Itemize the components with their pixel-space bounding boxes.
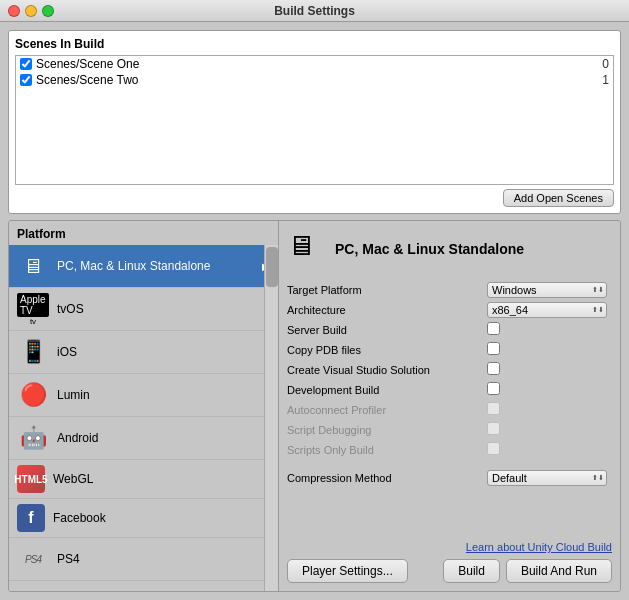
autoconnect-control bbox=[487, 402, 612, 418]
platform-name-android: Android bbox=[57, 431, 270, 445]
platform-name-lumin: Lumin bbox=[57, 388, 270, 402]
scene-checkbox-0[interactable] bbox=[20, 58, 32, 70]
settings-row-target-platform: Target Platform Windows Mac OS X Linux bbox=[287, 281, 612, 299]
android-icon: 🤖 bbox=[17, 422, 49, 454]
minimize-button[interactable] bbox=[25, 5, 37, 17]
platform-item-android[interactable]: 🤖 Android bbox=[9, 417, 278, 460]
architecture-select-wrapper: x86 x86_64 bbox=[487, 302, 607, 318]
target-platform-select-wrapper: Windows Mac OS X Linux bbox=[487, 282, 607, 298]
architecture-control: x86 x86_64 bbox=[487, 302, 612, 318]
facebook-icon: f bbox=[17, 504, 45, 532]
platform-name-ios: iOS bbox=[57, 345, 270, 359]
platform-item-pc[interactable]: 🖥 PC, Mac & Linux Standalone ▶ bbox=[9, 245, 278, 288]
webgl-icon: HTML5 bbox=[17, 465, 45, 493]
ps4-icon: PS4 bbox=[17, 543, 49, 575]
platform-scrollbar[interactable] bbox=[264, 245, 278, 591]
platform-name-pc: PC, Mac & Linux Standalone bbox=[57, 259, 254, 273]
settings-row-architecture: Architecture x86 x86_64 bbox=[287, 301, 612, 319]
target-platform-control: Windows Mac OS X Linux bbox=[487, 282, 612, 298]
settings-row-compression: Compression Method Default LZ4 LZ4HC bbox=[287, 469, 612, 487]
server-build-control[interactable] bbox=[487, 322, 612, 338]
main-content: Scenes In Build Scenes/Scene One 0 Scene… bbox=[0, 22, 629, 600]
window-controls[interactable] bbox=[8, 5, 54, 17]
copy-pdb-control[interactable] bbox=[487, 342, 612, 358]
scripts-only-checkbox bbox=[487, 442, 500, 455]
platform-item-ios[interactable]: 📱 iOS bbox=[9, 331, 278, 374]
platform-name-tvos: tvOS bbox=[57, 302, 270, 316]
dev-build-checkbox[interactable] bbox=[487, 382, 500, 395]
platform-panel: Platform 🖥 PC, Mac & Linux Standalone ▶ … bbox=[9, 221, 279, 591]
copy-pdb-checkbox[interactable] bbox=[487, 342, 500, 355]
list-item: Scenes/Scene Two 1 bbox=[16, 72, 613, 88]
autoconnect-label: Autoconnect Profiler bbox=[287, 404, 487, 416]
platform-item-tvos[interactable]: Apple TV tv tvOS bbox=[9, 288, 278, 331]
compression-select[interactable]: Default LZ4 LZ4HC bbox=[487, 470, 607, 486]
copy-pdb-label: Copy PDB files bbox=[287, 344, 487, 356]
settings-row-script-debug: Script Debugging bbox=[287, 421, 612, 439]
script-debug-label: Script Debugging bbox=[287, 424, 487, 436]
scene-checkbox-1[interactable] bbox=[20, 74, 32, 86]
settings-footer: Learn about Unity Cloud Build Player Set… bbox=[287, 541, 612, 583]
vs-solution-control[interactable] bbox=[487, 362, 612, 378]
settings-row-vs-solution: Create Visual Studio Solution bbox=[287, 361, 612, 379]
server-build-checkbox[interactable] bbox=[487, 322, 500, 335]
platform-item-webgl[interactable]: HTML5 WebGL bbox=[9, 460, 278, 499]
scene-index-1: 1 bbox=[602, 73, 609, 87]
dev-build-control[interactable] bbox=[487, 382, 612, 398]
close-button[interactable] bbox=[8, 5, 20, 17]
ios-icon: 📱 bbox=[17, 336, 49, 368]
add-scenes-row: Add Open Scenes bbox=[15, 189, 614, 207]
settings-panel: 🖥 PC, Mac & Linux Standalone Target Plat… bbox=[279, 221, 620, 591]
bottom-section: Platform 🖥 PC, Mac & Linux Standalone ▶ … bbox=[8, 220, 621, 592]
dev-build-label: Development Build bbox=[287, 384, 487, 396]
server-build-label: Server Build bbox=[287, 324, 487, 336]
script-debug-checkbox bbox=[487, 422, 500, 435]
settings-header: 🖥 PC, Mac & Linux Standalone bbox=[287, 229, 612, 269]
platform-item-lumin[interactable]: 🔴 Lumin bbox=[9, 374, 278, 417]
compression-control: Default LZ4 LZ4HC bbox=[487, 470, 612, 486]
scenes-section: Scenes In Build Scenes/Scene One 0 Scene… bbox=[8, 30, 621, 214]
scene-name-0: Scenes/Scene One bbox=[36, 57, 139, 71]
footer-buttons: Player Settings... Build Build And Run bbox=[287, 559, 612, 583]
scrollbar-thumb[interactable] bbox=[266, 247, 278, 287]
settings-title: PC, Mac & Linux Standalone bbox=[335, 241, 524, 257]
architecture-select[interactable]: x86 x86_64 bbox=[487, 302, 607, 318]
target-platform-label: Target Platform bbox=[287, 284, 487, 296]
platform-name-webgl: WebGL bbox=[53, 472, 270, 486]
add-open-scenes-button[interactable]: Add Open Scenes bbox=[503, 189, 614, 207]
settings-row-dev-build: Development Build bbox=[287, 381, 612, 399]
settings-row-server-build: Server Build bbox=[287, 321, 612, 339]
platform-settings-icon: 🖥 bbox=[287, 229, 327, 269]
script-debug-control bbox=[487, 422, 612, 438]
platform-name-facebook: Facebook bbox=[53, 511, 270, 525]
platform-item-ps4[interactable]: PS4 PS4 bbox=[9, 538, 278, 581]
compression-select-wrapper: Default LZ4 LZ4HC bbox=[487, 470, 607, 486]
scene-name-1: Scenes/Scene Two bbox=[36, 73, 139, 87]
platform-name-ps4: PS4 bbox=[57, 552, 270, 566]
scripts-only-control bbox=[487, 442, 612, 458]
title-bar: Build Settings bbox=[0, 0, 629, 22]
compression-label: Compression Method bbox=[287, 472, 487, 484]
settings-row-copy-pdb: Copy PDB files bbox=[287, 341, 612, 359]
scripts-only-label: Scripts Only Build bbox=[287, 444, 487, 456]
build-and-run-button[interactable]: Build And Run bbox=[506, 559, 612, 583]
platform-item-facebook[interactable]: f Facebook bbox=[9, 499, 278, 538]
platform-list[interactable]: 🖥 PC, Mac & Linux Standalone ▶ Apple TV … bbox=[9, 245, 278, 591]
settings-row-autoconnect: Autoconnect Profiler bbox=[287, 401, 612, 419]
maximize-button[interactable] bbox=[42, 5, 54, 17]
list-item: Scenes/Scene One 0 bbox=[16, 56, 613, 72]
cloud-build-link[interactable]: Learn about Unity Cloud Build bbox=[287, 541, 612, 553]
scenes-label: Scenes In Build bbox=[15, 37, 614, 51]
build-buttons: Build Build And Run bbox=[443, 559, 612, 583]
vs-solution-checkbox[interactable] bbox=[487, 362, 500, 375]
target-platform-select[interactable]: Windows Mac OS X Linux bbox=[487, 282, 607, 298]
scene-index-0: 0 bbox=[602, 57, 609, 71]
autoconnect-checkbox bbox=[487, 402, 500, 415]
vs-solution-label: Create Visual Studio Solution bbox=[287, 364, 487, 376]
pc-icon: 🖥 bbox=[17, 250, 49, 282]
window-title: Build Settings bbox=[274, 4, 355, 18]
settings-row-scripts-only: Scripts Only Build bbox=[287, 441, 612, 459]
build-button[interactable]: Build bbox=[443, 559, 500, 583]
lumin-icon: 🔴 bbox=[17, 379, 49, 411]
player-settings-button[interactable]: Player Settings... bbox=[287, 559, 408, 583]
